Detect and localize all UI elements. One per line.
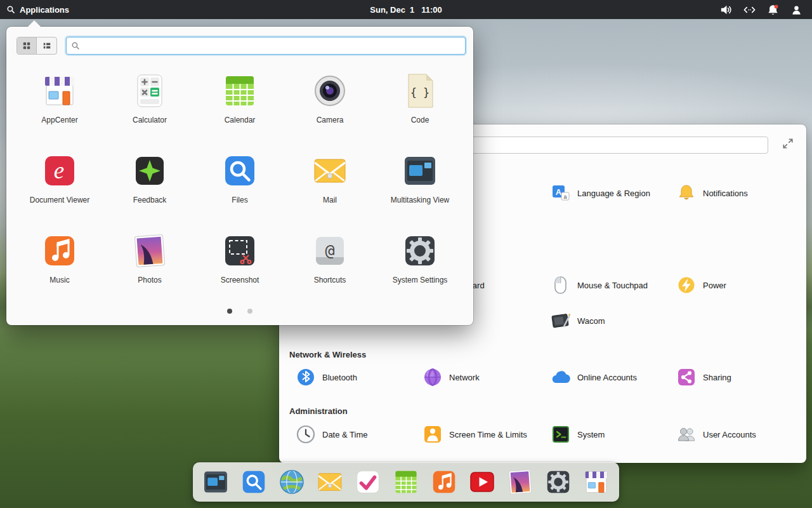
clock[interactable]: Sun, Dec 1 11:00	[370, 5, 442, 15]
multitasking-icon	[400, 150, 440, 191]
indicator-notifications[interactable]	[766, 3, 780, 17]
shortcuts-icon: @	[310, 231, 350, 271]
dock-item-multitasking[interactable]	[200, 467, 231, 497]
list-view-icon	[43, 41, 51, 50]
indicator-network-wired[interactable]	[743, 3, 756, 17]
online-accounts-icon	[551, 367, 571, 387]
app-music[interactable]: Music	[15, 231, 105, 285]
app-files[interactable]: Files	[195, 150, 285, 205]
appcenter-icon	[581, 467, 612, 497]
app-calculator[interactable]: Calculator	[105, 70, 195, 125]
app-photos[interactable]: Photos	[105, 231, 195, 285]
applications-button[interactable]: Applications	[0, 0, 75, 19]
document-viewer-icon: e	[39, 150, 80, 191]
settings-section-header-network-wireless: Network & Wireless	[289, 350, 366, 359]
settings-item-notifications[interactable]: Notifications	[676, 183, 748, 203]
settings-item-power[interactable]: Power	[676, 275, 726, 295]
settings-item-sharing[interactable]: Sharing	[676, 367, 731, 387]
app-document-viewer[interactable]: e Document Viewer	[15, 150, 105, 205]
camera-icon	[310, 70, 350, 111]
system-settings-icon	[400, 231, 440, 271]
settings-item-date-time[interactable]: Date & Time	[296, 424, 368, 444]
dock-item-photos[interactable]	[505, 467, 535, 497]
files-icon	[219, 150, 260, 191]
calendar-icon	[219, 70, 260, 111]
music-icon	[39, 231, 80, 271]
app-multitasking-view[interactable]: Multitasking View	[375, 150, 465, 205]
dock-item-mail[interactable]	[315, 467, 345, 497]
screen-time-icon	[422, 424, 443, 444]
settings-item-online-accounts[interactable]: Online Accounts	[551, 367, 637, 387]
dock-item-tasks[interactable]	[353, 467, 383, 497]
indicator-volume[interactable]	[719, 3, 733, 17]
system-settings-icon	[543, 467, 573, 497]
sharing-icon	[676, 367, 697, 387]
date-time-icon	[296, 424, 316, 444]
settings-item-screen-time-limits[interactable]: Screen Time & Limits	[422, 424, 527, 444]
app-feedback[interactable]: Feedback	[105, 150, 195, 205]
dock-item-videos[interactable]	[467, 467, 497, 497]
mouse-icon	[551, 275, 571, 295]
dock-item-calendar[interactable]	[391, 467, 421, 497]
ethernet-icon	[743, 3, 756, 17]
app-grid: AppCenter Calculator Calendar Camera { }…	[6, 70, 473, 285]
calendar-icon	[391, 467, 421, 497]
list-view-button[interactable]	[37, 37, 56, 54]
grid-view-button[interactable]	[17, 37, 37, 54]
settings-item-mouse-touchpad[interactable]: Mouse & Touchpad	[551, 275, 648, 295]
mail-icon	[310, 150, 350, 191]
session-icon	[790, 3, 803, 17]
settings-item-language-region[interactable]: Aa Language & Region	[551, 183, 650, 203]
search-icon	[6, 5, 15, 14]
music-icon	[429, 467, 459, 497]
bell-badge-icon	[766, 3, 780, 17]
launcher-search-field[interactable]	[66, 37, 466, 55]
launcher-search-input[interactable]	[84, 41, 461, 51]
panel-indicators	[719, 3, 812, 17]
dock-item-appcenter[interactable]	[581, 467, 612, 497]
indicator-session[interactable]	[790, 3, 803, 17]
dock-item-web[interactable]	[277, 467, 307, 497]
settings-item-bluetooth[interactable]: Bluetooth	[296, 367, 357, 387]
launcher-pointer-arrow	[28, 20, 41, 27]
page-dot-1[interactable]	[227, 309, 232, 314]
app-appcenter[interactable]: AppCenter	[15, 70, 105, 125]
dock-item-settings[interactable]	[543, 467, 573, 497]
web-icon	[277, 467, 307, 497]
dock-item-files[interactable]	[239, 467, 269, 497]
language-icon: Aa	[551, 183, 571, 203]
svg-text:@: @	[325, 241, 334, 260]
power-icon	[676, 275, 697, 295]
photos-icon	[505, 467, 535, 497]
app-code[interactable]: { } Code	[375, 70, 465, 125]
dock	[193, 462, 619, 502]
view-toggle	[16, 37, 57, 55]
page-dot-2[interactable]	[247, 309, 252, 314]
settings-item-network[interactable]: Network	[422, 367, 480, 387]
app-mail[interactable]: Mail	[285, 150, 375, 205]
appcenter-icon	[39, 70, 80, 111]
settings-item-user-accounts[interactable]: User Accounts	[676, 424, 756, 444]
applications-launcher: AppCenter Calculator Calendar Camera { }…	[6, 27, 473, 325]
dock-item-music[interactable]	[429, 467, 459, 497]
app-screenshot[interactable]: Screenshot	[195, 231, 285, 285]
app-shortcuts[interactable]: @ Shortcuts	[285, 231, 375, 285]
files-icon	[239, 467, 269, 497]
tasks-icon	[353, 467, 383, 497]
settings-item-wacom[interactable]: Wacom	[551, 311, 605, 331]
notifications-icon	[676, 183, 697, 203]
app-camera[interactable]: Camera	[285, 70, 375, 125]
videos-icon	[467, 467, 497, 497]
app-system-settings[interactable]: System Settings	[375, 231, 465, 285]
svg-text:e: e	[54, 157, 64, 184]
svg-text:{ }: { }	[410, 86, 430, 99]
svg-text:A: A	[556, 187, 562, 197]
network-icon	[422, 367, 443, 387]
settings-item-system[interactable]: System	[551, 424, 605, 444]
grid-view-icon	[22, 41, 31, 50]
svg-text:a: a	[563, 194, 566, 200]
screenshot-icon	[219, 231, 260, 271]
expand-icon[interactable]	[782, 138, 794, 149]
calculator-icon	[129, 70, 170, 111]
app-calendar[interactable]: Calendar	[195, 70, 285, 125]
